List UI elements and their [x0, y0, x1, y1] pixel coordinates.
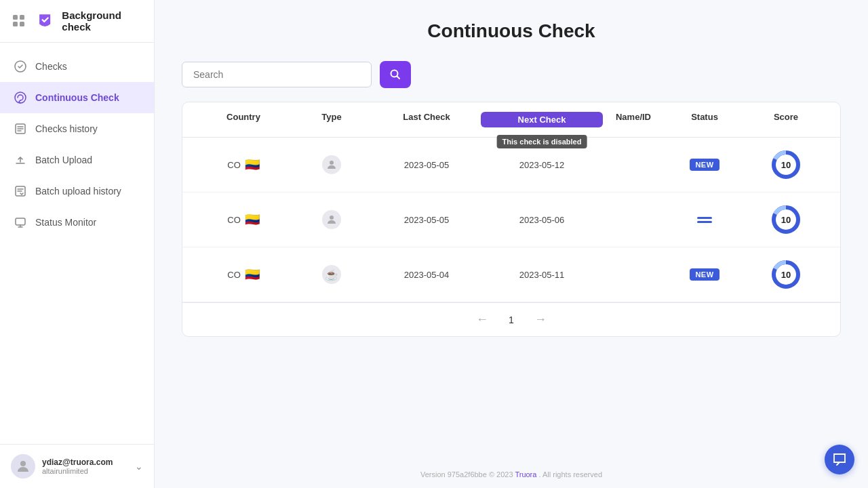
cell-next-check: 2023-05-06 [481, 215, 603, 225]
score-donut: 10 [770, 203, 802, 236]
cell-status [664, 217, 745, 223]
sidebar-header: Background check [0, 0, 154, 43]
col-last-check: Last Check [372, 112, 481, 127]
svg-rect-0 [13, 15, 18, 20]
chat-bubble-button[interactable] [825, 445, 854, 474]
score-value: 10 [781, 160, 791, 170]
sidebar-item-checks-history[interactable]: Checks history [0, 113, 154, 144]
user-company: altairunlimited [42, 467, 128, 475]
puzzle-icon: ☕ [322, 265, 341, 284]
cell-next-check: 2023-05-12 [481, 160, 603, 170]
sidebar-item-batch-upload-history[interactable]: Batch upload history [0, 176, 154, 207]
cell-last-check: 2023-05-04 [372, 270, 481, 280]
page-footer: Version 975a2f6bbe © 2023 Truora . All r… [155, 464, 868, 488]
svg-rect-1 [20, 15, 24, 20]
score-donut: 10 [770, 258, 802, 291]
table-row[interactable]: CO 🇨🇴 2023-05-05 2023-05-06 [182, 192, 840, 247]
col-status: Status [664, 112, 745, 127]
person-icon [322, 155, 341, 174]
version-text: Version 975a2f6bbe © 2023 [420, 470, 513, 479]
cell-status: NEW [664, 159, 745, 171]
content-area: Continuous Check Country Type Last Check… [155, 0, 868, 464]
sidebar-brand-title: Background check [62, 9, 143, 33]
table-row[interactable]: CO 🇨🇴 ☕ 2023-05-04 2023-05-11 NEW [182, 247, 840, 302]
cell-status: NEW [664, 268, 745, 281]
search-row [182, 61, 841, 88]
prev-page-button[interactable]: ← [476, 312, 488, 327]
status-monitor-icon [14, 216, 27, 229]
table-header: Country Type Last Check Next Check This … [182, 102, 840, 138]
svg-point-15 [330, 216, 334, 220]
cell-score: 10 [745, 148, 827, 181]
search-input[interactable] [182, 62, 372, 87]
score-donut: 10 [770, 148, 802, 181]
checks-icon [14, 60, 27, 73]
current-page: 1 [509, 314, 514, 325]
batch-upload-icon [14, 153, 27, 167]
svg-rect-8 [16, 218, 25, 225]
next-check-tooltip: This check is disabled [497, 135, 587, 148]
cell-country: CO 🇨🇴 [196, 267, 291, 282]
chevron-down-icon[interactable]: ⌄ [135, 461, 143, 472]
sidebar-footer[interactable]: ydiaz@truora.com altairunlimited ⌄ [0, 444, 154, 488]
logo-icon [35, 9, 55, 33]
continuous-check-icon [14, 91, 27, 104]
cell-last-check: 2023-05-05 [372, 160, 481, 170]
col-score: Score [745, 112, 827, 127]
sidebar-item-status-monitor[interactable]: Status Monitor [0, 207, 154, 238]
avatar [11, 454, 35, 479]
sidebar-item-checks-label: Checks [35, 61, 67, 72]
sidebar-item-status-monitor-label: Status Monitor [35, 217, 96, 228]
svg-rect-2 [13, 22, 18, 26]
cell-next-check: 2023-05-11 [481, 270, 603, 280]
user-email: ydiaz@truora.com [42, 458, 128, 467]
next-page-button[interactable]: → [534, 312, 547, 327]
sidebar-item-continuous-check-label: Continuous Check [35, 92, 119, 103]
status-badge-lines [697, 217, 712, 223]
sidebar-item-continuous-check[interactable]: Continuous Check [0, 82, 154, 113]
score-value: 10 [781, 215, 791, 225]
checks-history-icon [14, 122, 27, 136]
sidebar-item-batch-upload[interactable]: Batch Upload [0, 144, 154, 176]
col-next-check: Next Check This check is disabled [481, 112, 603, 127]
status-badge-new: NEW [690, 268, 719, 281]
person-icon [322, 210, 341, 229]
cell-last-check: 2023-05-05 [372, 215, 481, 225]
cell-type [291, 210, 372, 229]
main-content: Continuous Check Country Type Last Check… [155, 0, 868, 488]
svg-point-5 [15, 92, 26, 103]
sidebar-item-batch-upload-history-label: Batch upload history [35, 186, 121, 197]
sidebar-item-checks-history-label: Checks history [35, 123, 98, 134]
svg-rect-3 [20, 22, 24, 26]
cell-score: 10 [745, 258, 827, 291]
page-title: Continuous Check [182, 20, 841, 42]
score-value: 10 [781, 270, 791, 280]
rights-text: . All rights reserved [538, 470, 602, 479]
cell-score: 10 [745, 203, 827, 236]
user-info: ydiaz@truora.com altairunlimited [42, 458, 128, 475]
batch-upload-history-icon [14, 184, 27, 198]
svg-point-9 [20, 461, 26, 466]
data-table: Country Type Last Check Next Check This … [182, 102, 841, 337]
col-country: Country [196, 112, 291, 127]
sidebar-item-batch-upload-label: Batch Upload [35, 155, 92, 165]
status-badge-new: NEW [690, 159, 719, 171]
svg-point-11 [330, 161, 334, 165]
grid-icon[interactable] [11, 12, 28, 30]
sidebar: Background check Checks Continuous Check… [0, 0, 155, 488]
col-type: Type [291, 112, 372, 127]
sidebar-item-checks[interactable]: Checks [0, 51, 154, 82]
pagination: ← 1 → [182, 302, 840, 336]
sidebar-nav: Checks Continuous Check Checks history B… [0, 43, 154, 444]
cell-type [291, 155, 372, 174]
brand-link[interactable]: Truora [515, 470, 536, 479]
search-button[interactable] [380, 61, 411, 88]
cell-type: ☕ [291, 265, 372, 284]
col-name-id: Name/ID [603, 112, 664, 127]
cell-country: CO 🇨🇴 [196, 157, 291, 172]
cell-country: CO 🇨🇴 [196, 212, 291, 227]
